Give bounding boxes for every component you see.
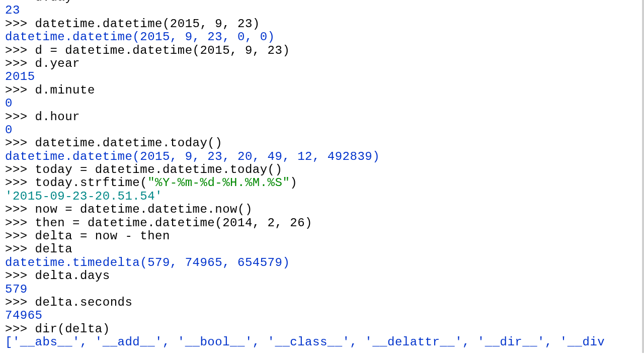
- output-text: datetime.datetime(2015, 9, 23, 20, 49, 1…: [5, 150, 380, 163]
- input-text: today = datetime.datetime.today(): [35, 163, 283, 176]
- output-text: 0: [5, 97, 13, 110]
- terminal-line: >>> d.year: [5, 57, 637, 70]
- terminal-line: 74965: [5, 309, 637, 322]
- terminal-line: datetime.datetime(2015, 9, 23, 0, 0): [5, 31, 637, 44]
- input-text: d = datetime.datetime(2015, 9, 23): [35, 44, 290, 57]
- output-text: ['__abs__', '__add__', '__bool__', '__cl…: [5, 335, 605, 349]
- output-text: 74965: [5, 309, 43, 322]
- input-text: ): [290, 176, 297, 190]
- input-text: d.hour: [35, 110, 80, 124]
- terminal-line: >>> now = datetime.datetime.now(): [5, 203, 637, 216]
- terminal-line: 0: [5, 97, 637, 110]
- terminal-line: 2015: [5, 70, 637, 83]
- prompt: >>>: [5, 216, 35, 230]
- terminal-line: '2015-09-23-20.51.54': [5, 190, 637, 203]
- terminal-line: >>> d = datetime.datetime(2015, 9, 23): [5, 44, 637, 57]
- prompt: >>>: [5, 269, 35, 283]
- input-text: dir(delta): [35, 322, 110, 336]
- terminal-line: >>> delta.seconds: [5, 296, 637, 309]
- terminal-line: >>> d.minute: [5, 84, 637, 97]
- input-text: d.year: [35, 57, 80, 70]
- input-text: now = datetime.datetime.now(): [35, 203, 253, 216]
- prompt: >>>: [5, 203, 35, 216]
- terminal-line: >>> datetime.datetime.today(): [5, 137, 637, 150]
- input-text: then = datetime.datetime(2014, 2, 26): [35, 216, 312, 230]
- terminal-line: >>> datetime.datetime(2015, 9, 23): [5, 18, 637, 31]
- terminal-line: >>> today = datetime.datetime.today(): [5, 163, 637, 176]
- prompt: >>>: [5, 242, 35, 256]
- input-text: datetime.datetime(2015, 9, 23): [35, 17, 260, 31]
- terminal-line: 579: [5, 283, 637, 296]
- output-text: 2015: [5, 70, 35, 83]
- terminal-line: 23: [5, 4, 637, 17]
- input-text: d.day: [35, 0, 73, 4]
- terminal-line: >>> d.hour: [5, 111, 637, 124]
- terminal-line: >>> dir(delta): [5, 323, 637, 336]
- output-text: '2015-09-23-20.51.54': [5, 190, 163, 203]
- prompt: >>>: [5, 163, 35, 176]
- output-text: datetime.datetime(2015, 9, 23, 0, 0): [5, 30, 275, 44]
- terminal-line: >>> delta = now - then: [5, 230, 637, 243]
- prompt: >>>: [5, 176, 35, 190]
- prompt: >>>: [5, 322, 35, 336]
- output-text: datetime.timedelta(579, 74965, 654579): [5, 256, 290, 269]
- terminal-line: >>> delta.days: [5, 269, 637, 283]
- string-literal: "%Y-%m-%d-%H.%M.%S": [147, 176, 290, 190]
- input-text: d.minute: [35, 83, 95, 97]
- prompt: >>>: [5, 110, 35, 124]
- output-text: 579: [5, 283, 28, 296]
- terminal-line: ['__abs__', '__add__', '__bool__', '__cl…: [5, 336, 637, 349]
- prompt: >>>: [5, 57, 35, 70]
- input-text: delta: [35, 242, 73, 256]
- terminal-line: 0: [5, 124, 637, 137]
- terminal-line: >>> delta: [5, 243, 637, 256]
- output-text: 23: [5, 4, 20, 17]
- terminal-line: datetime.timedelta(579, 74965, 654579): [5, 256, 637, 269]
- input-text: today.strftime(: [35, 176, 148, 190]
- terminal-line: >>> then = datetime.datetime(2014, 2, 26…: [5, 217, 637, 230]
- prompt: >>>: [5, 296, 35, 309]
- terminal-line: >>> d.day: [5, 0, 637, 4]
- prompt: >>>: [5, 136, 35, 150]
- prompt: >>>: [5, 229, 35, 243]
- input-text: delta.days: [35, 269, 110, 283]
- prompt: >>>: [5, 44, 35, 57]
- input-text: datetime.datetime.today(): [35, 136, 223, 150]
- output-text: 0: [5, 123, 13, 137]
- terminal-line: >>> today.strftime("%Y-%m-%d-%H.%M.%S"): [5, 176, 637, 190]
- prompt: >>>: [5, 17, 35, 31]
- input-text: delta.seconds: [35, 296, 133, 309]
- terminal-output[interactable]: >>> d.day23>>> datetime.datetime(2015, 9…: [0, 0, 644, 353]
- prompt: >>>: [5, 83, 35, 97]
- terminal-line: datetime.datetime(2015, 9, 23, 20, 49, 1…: [5, 150, 637, 163]
- input-text: delta = now - then: [35, 229, 170, 243]
